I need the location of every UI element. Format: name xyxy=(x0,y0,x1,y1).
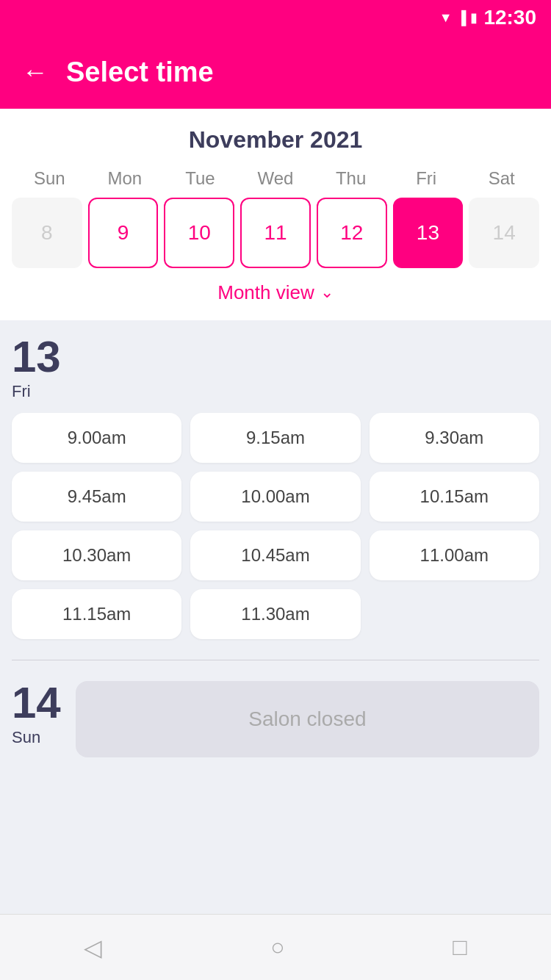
time-slot-1100am[interactable]: 11.00am xyxy=(370,530,539,580)
weekday-tue: Tue xyxy=(162,168,238,189)
date-cell-11[interactable]: 11 xyxy=(240,198,311,268)
date-cell-9[interactable]: 9 xyxy=(88,198,159,268)
weekday-thu: Thu xyxy=(313,168,389,189)
time-slot-1030am[interactable]: 10.30am xyxy=(12,530,181,580)
day-number-13: 13 xyxy=(12,335,61,379)
status-time: 12:30 xyxy=(483,6,536,29)
battery-icon: ▮ xyxy=(470,10,478,26)
page-title: Select time xyxy=(66,57,214,88)
dates-row: 891011121314 xyxy=(12,198,539,268)
salon-closed-box: Salon closed xyxy=(76,681,539,757)
status-bar: ▼ ▐ ▮ 12:30 xyxy=(0,0,551,35)
weekday-mon: Mon xyxy=(87,168,163,189)
date-cell-14: 14 xyxy=(469,198,539,268)
time-slot-900am[interactable]: 9.00am xyxy=(12,413,181,463)
time-slot-945am[interactable]: 9.45am xyxy=(12,472,181,522)
calendar-section: November 2021 Sun Mon Tue Wed Thu Fri Sa… xyxy=(0,109,551,320)
day-header-14: 14SunSalon closed xyxy=(12,681,539,757)
date-cell-13[interactable]: 13 xyxy=(393,198,464,268)
day-block-14: 14SunSalon closed xyxy=(12,681,539,757)
weekdays-row: Sun Mon Tue Wed Thu Fri Sat xyxy=(12,168,539,189)
wifi-icon: ▼ xyxy=(439,10,453,26)
recent-nav-icon[interactable]: □ xyxy=(453,934,467,961)
back-button[interactable]: ← xyxy=(22,59,48,85)
time-slot-915am[interactable]: 9.15am xyxy=(190,413,360,463)
day-name-Sun: Sun xyxy=(12,728,40,747)
day-number-14: 14 xyxy=(12,681,61,725)
date-cell-10[interactable]: 10 xyxy=(164,198,234,268)
time-slot-930am[interactable]: 9.30am xyxy=(370,413,539,463)
day-divider xyxy=(12,660,539,660)
time-slot-1015am[interactable]: 10.15am xyxy=(370,472,539,522)
time-slot-1045am[interactable]: 10.45am xyxy=(190,530,360,580)
weekday-fri: Fri xyxy=(389,168,464,189)
date-cell-12[interactable]: 12 xyxy=(317,198,387,268)
day-header-13: 13Fri xyxy=(12,335,539,401)
month-year-label: November 2021 xyxy=(12,126,539,154)
month-view-label: Month view xyxy=(217,281,314,304)
schedule-section: 13Fri9.00am9.15am9.30am9.45am10.00am10.1… xyxy=(0,320,551,914)
back-nav-icon[interactable]: ◁ xyxy=(84,934,102,962)
chevron-down-icon: ⌄ xyxy=(320,283,334,302)
day-block-13: 13Fri9.00am9.15am9.30am9.45am10.00am10.1… xyxy=(12,335,539,639)
weekday-sat: Sat xyxy=(464,168,539,189)
time-slot-1000am[interactable]: 10.00am xyxy=(190,472,360,522)
weekday-wed: Wed xyxy=(238,168,314,189)
day-name-Fri: Fri xyxy=(12,382,31,401)
time-slot-1115am[interactable]: 11.15am xyxy=(12,589,181,639)
date-cell-8: 8 xyxy=(12,198,82,268)
app-header: ← Select time xyxy=(0,35,551,109)
weekday-sun: Sun xyxy=(12,168,87,189)
time-slots-grid-13: 9.00am9.15am9.30am9.45am10.00am10.15am10… xyxy=(12,413,539,639)
signal-icon: ▐ xyxy=(457,10,467,26)
bottom-nav: ◁ ○ □ xyxy=(0,914,551,980)
month-view-toggle[interactable]: Month view ⌄ xyxy=(12,274,539,314)
home-nav-icon[interactable]: ○ xyxy=(270,934,284,961)
status-icons: ▼ ▐ ▮ xyxy=(439,10,478,26)
time-slot-1130am[interactable]: 11.30am xyxy=(190,589,360,639)
